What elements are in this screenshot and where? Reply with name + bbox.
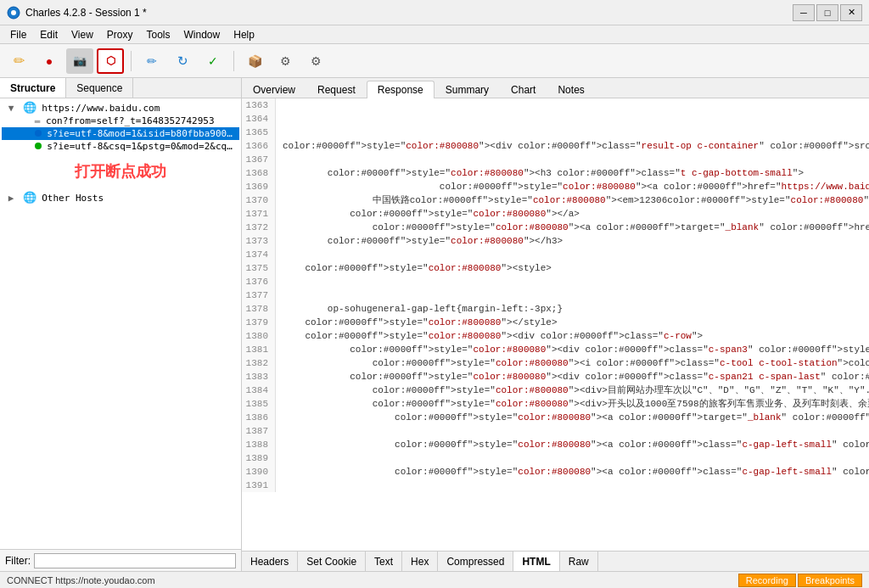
menu-file[interactable]: File (3, 25, 33, 43)
record-icon: ● (46, 54, 53, 68)
left-tab-bar: Structure Sequence (0, 78, 241, 98)
expand-icon2: ▶ (5, 193, 17, 204)
settings-button[interactable]: ⚙ (272, 48, 299, 74)
stop-button[interactable]: 📷 (66, 48, 93, 74)
menu-help[interactable]: Help (227, 25, 261, 43)
line-content: color:#0000ff">style="color:#800080"><di… (276, 139, 869, 153)
line-number: 1369 (242, 180, 276, 193)
tab-text[interactable]: Text (366, 552, 402, 571)
line-number: 1382 (242, 356, 276, 370)
toolbar-separator-2 (233, 51, 234, 71)
status-buttons: Recording Breakpoints (738, 574, 862, 587)
bottom-tab-bar: Headers Set Cookie Text Hex Compressed H… (242, 551, 869, 571)
node-label-baidu: https://www.baidu.com (42, 103, 160, 114)
tree-node-other-hosts[interactable]: ▶ 🌐 Other Hosts (2, 190, 239, 204)
line-content: color:#0000ff">style="color:#800080"></h… (276, 234, 563, 248)
filter-bar: Filter: (0, 549, 241, 571)
breakpoints-button[interactable]: Breakpoints (798, 574, 862, 587)
code-line: 1391 (242, 479, 869, 492)
tree-node-con[interactable]: ▬ con?from=self?_t=1648352742953 (2, 115, 239, 127)
code-line: 1376 (242, 275, 869, 288)
menu-window[interactable]: Window (177, 25, 227, 43)
code-line: 1378 op-sohugeneral-gap-left{margin-left… (242, 302, 869, 316)
line-number: 1371 (242, 207, 276, 221)
validate-button[interactable]: ✓ (199, 48, 227, 74)
line-number: 1368 (242, 166, 276, 180)
dot-green-icon (35, 141, 42, 152)
tree-node-s1[interactable]: s?ie=utf-8&mod=1&isid=b80fbba9000070 (2, 127, 239, 140)
close-button[interactable]: ✕ (840, 4, 862, 21)
line-number: 1383 (242, 370, 276, 384)
tree-node-s2[interactable]: s?ie=utf-8&csq=1&pstg=0&mod=2&cqid= (2, 140, 239, 153)
record-button[interactable]: ● (36, 48, 63, 74)
main-layout: Structure Sequence ▼ 🌐 https://www.baidu… (0, 78, 869, 571)
compose-button[interactable]: ✏ (5, 48, 32, 74)
clear-button[interactable]: ✏ (138, 48, 165, 74)
pen-icon: ✏ (14, 53, 25, 69)
camera-icon: 📷 (73, 54, 87, 67)
line-number: 1377 (242, 288, 276, 302)
proxy-settings-button[interactable]: ⚙ (302, 48, 329, 74)
menu-proxy[interactable]: Proxy (100, 25, 140, 43)
line-content (276, 451, 283, 465)
menu-edit[interactable]: Edit (33, 25, 64, 43)
line-content (276, 275, 283, 288)
code-line: 1380 color:#0000ff">style="color:#800080… (242, 329, 869, 343)
tab-headers[interactable]: Headers (242, 552, 298, 571)
tab-setcookie[interactable]: Set Cookie (298, 552, 366, 571)
minimize-button[interactable]: ─ (793, 4, 815, 21)
line-content (276, 479, 283, 492)
tab-raw[interactable]: Raw (560, 552, 598, 571)
window-title: Charles 4.2.8 - Session 1 * (25, 7, 793, 19)
line-number: 1364 (242, 112, 276, 126)
line-number: 1388 (242, 438, 276, 451)
code-line: 1382 color:#0000ff">style="color:#800080… (242, 356, 869, 370)
code-viewer[interactable]: 1363136413651366color:#0000ff">style="co… (242, 98, 869, 551)
tab-response[interactable]: Response (367, 81, 434, 98)
tools-button[interactable]: 📦 (241, 48, 268, 74)
tree-node-baidu-root[interactable]: ▼ 🌐 https://www.baidu.com (2, 100, 239, 115)
status-text: CONNECT https://note.youdao.com (7, 575, 155, 585)
recording-button[interactable]: Recording (738, 574, 796, 587)
code-line: 1385 color:#0000ff">style="color:#800080… (242, 397, 869, 411)
app-icon (7, 6, 20, 20)
tab-request[interactable]: Request (306, 81, 367, 98)
tab-chart[interactable]: Chart (500, 81, 547, 98)
line-number: 1387 (242, 424, 276, 438)
tab-hex[interactable]: Hex (402, 552, 438, 571)
line-content: color:#0000ff">style="color:#800080"><di… (276, 370, 869, 384)
toolbar: ✏ ● 📷 ⬡ ✏ ↻ ✓ 📦 ⚙ ⚙ (0, 44, 869, 78)
line-content: color:#0000ff">style="color:#800080"></s… (276, 316, 558, 329)
code-line: 1389 (242, 451, 869, 465)
line-number: 1389 (242, 451, 276, 465)
line-number: 1370 (242, 193, 276, 207)
code-line: 1381 color:#0000ff">style="color:#800080… (242, 343, 869, 356)
maximize-button[interactable]: □ (816, 4, 838, 21)
tab-notes[interactable]: Notes (547, 81, 595, 98)
line-number: 1378 (242, 302, 276, 316)
code-line: 1375 color:#0000ff">style="color:#800080… (242, 261, 869, 275)
tree-view: ▼ 🌐 https://www.baidu.com ▬ con?from=sel… (0, 98, 241, 549)
tab-overview[interactable]: Overview (242, 81, 306, 98)
line-content: color:#0000ff">style="color:#800080"><di… (276, 397, 869, 411)
tab-compressed[interactable]: Compressed (438, 552, 513, 571)
menu-tools[interactable]: Tools (140, 25, 177, 43)
node-label-s2: s?ie=utf-8&csq=1&pstg=0&mod=2&cqid= (47, 141, 239, 152)
breakpoint-button[interactable]: ⬡ (97, 48, 124, 74)
tab-structure[interactable]: Structure (0, 78, 66, 98)
filter-input[interactable] (34, 553, 236, 568)
code-line: 1390 color:#0000ff">style="color:#800080… (242, 465, 869, 479)
line-content: color:#0000ff">style="color:#800080"><h3… (276, 166, 804, 180)
menu-view[interactable]: View (64, 25, 100, 43)
line-content: op-sohugeneral-gap-left{margin-left:-3px… (276, 302, 563, 316)
line-content: color:#0000ff">style="color:#800080"><di… (276, 329, 703, 343)
tab-html[interactable]: HTML (513, 552, 559, 571)
tab-sequence[interactable]: Sequence (66, 78, 133, 98)
line-content: color:#0000ff">style="color:#800080"><di… (276, 343, 869, 356)
pen2-icon: ✏ (147, 54, 157, 68)
refresh-icon: ↻ (177, 53, 188, 69)
refresh-button[interactable]: ↻ (169, 48, 196, 74)
line-content: color:#0000ff">style="color:#800080"><di… (276, 384, 869, 397)
breakpoint-message: 打开断点成功 (2, 153, 239, 190)
tab-summary[interactable]: Summary (434, 81, 500, 98)
